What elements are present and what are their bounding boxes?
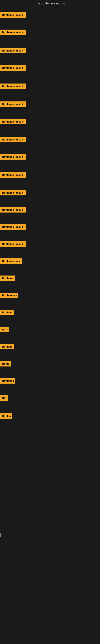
bottleneck-item[interactable]: Bottleneck result bbox=[0, 172, 26, 178]
bottleneck-item[interactable]: Bottleneck result bbox=[0, 102, 26, 107]
bottleneck-item[interactable]: Bottleneck result bbox=[0, 48, 26, 53]
items-container: Bottleneck resultBottleneck resultBottle… bbox=[0, 7, 100, 644]
bottleneck-item[interactable]: Bottlenec bbox=[0, 276, 15, 281]
bottleneck-item[interactable]: Bottleneck res bbox=[0, 258, 22, 264]
bottleneck-item[interactable]: Bottleneck result bbox=[0, 137, 26, 142]
bottleneck-item[interactable]: Bottleneck r bbox=[0, 292, 18, 298]
bottleneck-item[interactable]: Bottleneck result bbox=[0, 207, 26, 212]
bottleneck-item[interactable]: Bottleneck result bbox=[0, 224, 26, 230]
bottleneck-item[interactable]: Bottleneck result bbox=[0, 65, 26, 71]
site-title: TheBottlenecker.com bbox=[0, 0, 100, 7]
bottleneck-item[interactable]: Bottlene bbox=[0, 344, 14, 349]
bottleneck-item[interactable]: Bottlen bbox=[0, 413, 12, 419]
cursor bbox=[0, 533, 1, 537]
bottleneck-item[interactable]: Bottlene bbox=[0, 310, 14, 315]
bottleneck-item[interactable]: Bottleneck result bbox=[0, 30, 26, 35]
bottleneck-item[interactable]: Bott bbox=[0, 327, 9, 332]
bottleneck-item[interactable]: Bottleneck result bbox=[0, 241, 26, 247]
bottleneck-item[interactable]: Bottleneck result bbox=[0, 154, 26, 160]
bottleneck-item[interactable]: Bottleneck result bbox=[0, 119, 26, 124]
bottleneck-item[interactable]: Bottle bbox=[0, 361, 11, 366]
bottleneck-item[interactable]: Bottleneck result bbox=[0, 84, 26, 89]
bottleneck-item[interactable]: Bot bbox=[0, 395, 8, 401]
bottleneck-item[interactable]: Bottleneck result bbox=[0, 190, 26, 196]
bottleneck-item[interactable]: Bottlenec bbox=[0, 378, 15, 384]
bottleneck-item[interactable]: Bottleneck result bbox=[0, 12, 26, 18]
